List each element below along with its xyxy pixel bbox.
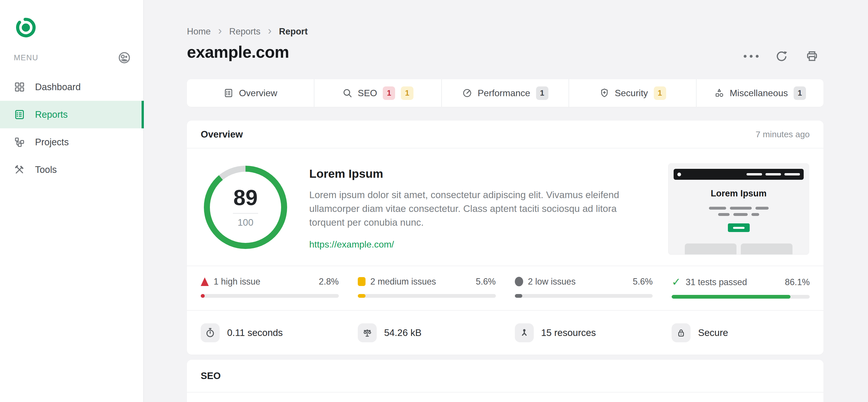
stat-label: 2 low issues [528, 277, 576, 286]
tab-label: SEO [358, 88, 377, 98]
metric-security: Secure [672, 323, 810, 342]
stat-label: 31 tests passed [686, 277, 747, 287]
metric-label: 54.26 kB [384, 327, 422, 338]
tab-performance[interactable]: Performance 1 [442, 79, 569, 107]
seo-medium-badge: 1 [401, 86, 413, 100]
dashboard-grid-icon [14, 81, 25, 93]
stat-percent: 5.6% [476, 277, 496, 286]
stat-percent: 5.6% [633, 277, 653, 286]
breadcrumb-home[interactable]: Home [187, 26, 211, 37]
sidebar-item-label: Tools [35, 164, 57, 175]
thumbnail-button [728, 223, 750, 232]
overview-card-header: Overview 7 minutes ago [187, 121, 824, 149]
chevron-right-icon: › [268, 26, 272, 35]
report-list-icon [14, 109, 25, 120]
breadcrumb-reports[interactable]: Reports [229, 26, 260, 37]
overview-list-icon [223, 88, 234, 98]
report-tabbar: Overview SEO 1 1 Performance 1 [187, 79, 824, 107]
site-url-link[interactable]: https://example.com/ [309, 239, 394, 250]
shapes-icon [714, 88, 724, 98]
stat-percent: 86.1% [785, 277, 810, 287]
browser-dot [677, 173, 681, 176]
high-issue-triangle-icon [201, 277, 209, 286]
metric-label: Secure [698, 327, 728, 338]
app-logo-icon [14, 16, 38, 40]
score-divider [233, 213, 258, 214]
thumbnail-text-row [669, 207, 809, 210]
account-icon[interactable] [118, 51, 131, 64]
sidebar-item-reports[interactable]: Reports [0, 101, 143, 128]
metric-label: 15 resources [541, 327, 596, 338]
low-issue-circle-icon [515, 277, 523, 286]
miscellaneous-badge: 1 [794, 86, 806, 100]
tab-label: Overview [239, 88, 277, 98]
refresh-button[interactable] [775, 50, 788, 63]
thumbnail-heading: Lorem Ipsum [669, 188, 809, 199]
stat-percent: 2.8% [319, 277, 339, 286]
metric-label: 0.11 seconds [227, 327, 283, 338]
security-badge: 1 [654, 86, 666, 100]
print-button[interactable] [805, 50, 819, 63]
sidebar-item-label: Projects [35, 137, 69, 148]
medium-issue-square-icon [358, 277, 366, 286]
header-actions [744, 50, 819, 63]
tab-overview[interactable]: Overview [187, 79, 314, 107]
resources-branch-icon [515, 323, 534, 342]
stat-low-issues: 2 low issues 5.6% [515, 266, 653, 310]
stat-tests-passed: 31 tests passed 86.1% [672, 266, 810, 310]
search-icon [342, 88, 352, 98]
seo-high-badge: 1 [383, 86, 395, 100]
tab-security[interactable]: Security 1 [569, 79, 696, 107]
sidebar-menu-row: MENU [14, 51, 131, 64]
lock-icon [672, 323, 690, 342]
breadcrumb-current: Report [279, 26, 308, 37]
section-title: Overview [201, 129, 243, 140]
tab-miscellaneous[interactable]: Miscellaneous 1 [696, 79, 824, 107]
sidebar-nav: Dashboard Reports [0, 73, 143, 184]
browser-menu-dashes [747, 173, 800, 176]
section-title: SEO [201, 370, 221, 381]
printer-icon [805, 50, 818, 63]
chevron-right-icon: › [218, 26, 222, 35]
more-options-button[interactable] [744, 50, 758, 63]
metric-page-size: 54.26 kB [358, 323, 496, 342]
issue-stats-row: 1 high issue 2.8% 2 medium issues 5.6% [187, 266, 824, 310]
stat-label: 2 medium issues [370, 277, 436, 286]
score-max: 100 [238, 217, 253, 228]
site-heading: Lorem Ipsum [309, 167, 634, 181]
sidebar: MENU Dashboard [0, 0, 144, 402]
check-icon [672, 277, 681, 287]
breadcrumb: Home › Reports › Report [187, 26, 308, 37]
tab-label: Miscellaneous [730, 88, 788, 98]
scale-icon [358, 323, 377, 342]
progress-fill [672, 295, 790, 299]
score-ring: 89 100 [204, 166, 287, 249]
thumbnail-browser-bar [674, 169, 804, 180]
score-value: 89 [234, 187, 258, 209]
gauge-icon [462, 88, 472, 98]
seo-section-header: SEO [187, 360, 824, 393]
refresh-icon [775, 50, 788, 63]
last-updated: 7 minutes ago [756, 129, 810, 139]
metrics-row: 0.11 seconds 54.26 kB 15 [187, 310, 824, 354]
shield-plus-icon [599, 88, 610, 98]
menu-label: MENU [14, 53, 38, 62]
ellipsis-icon [744, 55, 758, 58]
projects-tree-icon [14, 136, 25, 148]
progress-fill [201, 294, 205, 298]
site-thumbnail: Lorem Ipsum [668, 163, 809, 255]
tab-label: Security [615, 88, 648, 98]
sidebar-item-projects[interactable]: Projects [0, 128, 143, 156]
sidebar-item-tools[interactable]: Tools [0, 156, 143, 184]
tab-label: Performance [477, 88, 530, 98]
progress-fill [358, 294, 366, 298]
metric-load-time: 0.11 seconds [201, 323, 339, 342]
score-center: 89 100 [204, 166, 287, 249]
metric-resources: 15 resources [515, 323, 653, 342]
stat-high-issues: 1 high issue 2.8% [201, 266, 339, 310]
stopwatch-icon [201, 323, 220, 342]
tab-seo[interactable]: SEO 1 1 [314, 79, 442, 107]
sidebar-item-label: Dashboard [35, 82, 81, 92]
sidebar-item-dashboard[interactable]: Dashboard [0, 73, 143, 101]
overview-card: Overview 7 minutes ago 89 100 Lorem Ipsu… [187, 121, 824, 354]
